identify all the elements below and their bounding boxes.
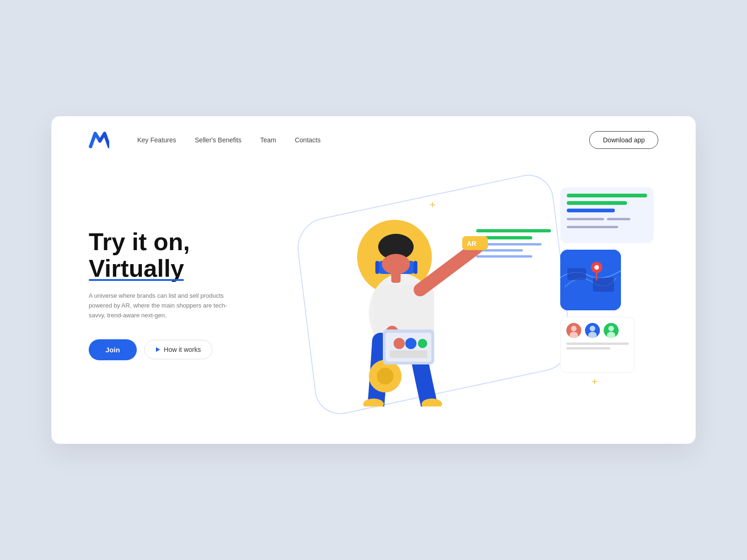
svg-point-34 bbox=[608, 326, 614, 331]
map-card bbox=[560, 250, 621, 310]
svg-text:AR: AR bbox=[467, 240, 476, 247]
nav-sellers-benefits[interactable]: Seller's Benefits bbox=[195, 136, 241, 144]
hero-text-block: Try it on, Virtually A universe where br… bbox=[89, 229, 285, 360]
hero-section: Try it on, Virtually A universe where br… bbox=[51, 164, 696, 444]
hero-illustration: + + + bbox=[285, 173, 658, 416]
people-row bbox=[566, 323, 629, 338]
blue-bar-1 bbox=[567, 209, 615, 212]
how-it-works-label: How it works bbox=[164, 346, 201, 353]
nav-contacts[interactable]: Contacts bbox=[295, 136, 320, 144]
svg-point-18 bbox=[418, 339, 427, 348]
text-line-c bbox=[567, 226, 618, 228]
text-line-b bbox=[607, 218, 630, 220]
plus-decorator-3: + bbox=[592, 376, 598, 388]
svg-point-13 bbox=[377, 368, 394, 385]
people-text-line-2 bbox=[566, 347, 610, 350]
svg-rect-6 bbox=[414, 261, 417, 274]
ui-cards-panel bbox=[560, 187, 654, 373]
avatar-2 bbox=[585, 323, 600, 338]
green-lines-card bbox=[560, 187, 654, 243]
download-app-button[interactable]: Download app bbox=[589, 131, 658, 149]
hero-subtitle: A universe where brands can list and sel… bbox=[89, 291, 238, 320]
text-line-a bbox=[567, 218, 604, 220]
map-svg bbox=[560, 250, 621, 310]
avatar-3 bbox=[604, 323, 619, 338]
people-text-line-1 bbox=[566, 343, 629, 345]
text-lines-group bbox=[567, 218, 647, 220]
navbar: Key Features Seller's Benefits Team Cont… bbox=[51, 116, 696, 164]
people-card bbox=[560, 317, 635, 373]
people-text-lines bbox=[566, 343, 629, 350]
green-bar-2 bbox=[567, 201, 627, 205]
svg-point-31 bbox=[590, 326, 595, 331]
svg-rect-9 bbox=[391, 271, 401, 283]
avatar-1 bbox=[566, 323, 581, 338]
main-card: Key Features Seller's Benefits Team Cont… bbox=[51, 116, 696, 444]
svg-rect-19 bbox=[390, 350, 427, 358]
nav-key-features[interactable]: Key Features bbox=[137, 136, 176, 144]
svg-point-17 bbox=[405, 338, 416, 349]
character-illustration: AR bbox=[308, 192, 532, 406]
green-bar-1 bbox=[567, 194, 647, 197]
svg-point-16 bbox=[394, 338, 405, 349]
svg-rect-5 bbox=[375, 261, 379, 274]
hero-title-underlined: Virtually bbox=[89, 255, 184, 282]
svg-rect-23 bbox=[567, 268, 586, 280]
hero-buttons: Join How it works bbox=[89, 339, 285, 360]
svg-point-28 bbox=[571, 326, 577, 331]
nav-team[interactable]: Team bbox=[260, 136, 276, 144]
logo[interactable] bbox=[89, 132, 109, 148]
hero-title: Try it on, Virtually bbox=[89, 229, 285, 282]
how-it-works-button[interactable]: How it works bbox=[144, 340, 212, 359]
play-icon bbox=[156, 347, 160, 352]
svg-point-26 bbox=[594, 265, 599, 270]
join-button[interactable]: Join bbox=[89, 339, 137, 360]
nav-links: Key Features Seller's Benefits Team Cont… bbox=[137, 136, 589, 144]
